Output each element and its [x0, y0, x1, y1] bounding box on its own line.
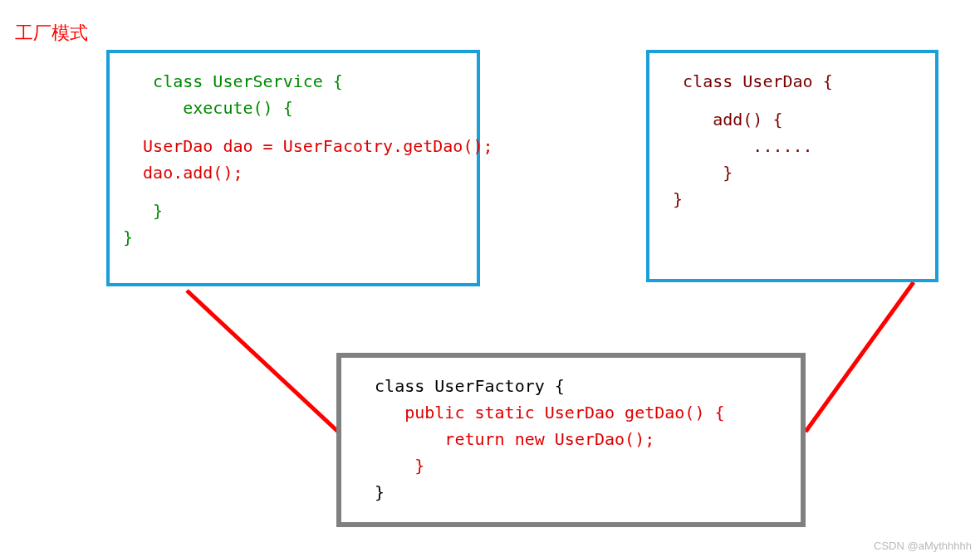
userservice-box: class UserService { execute() { UserDao …	[106, 50, 480, 286]
userdao-box: class UserDao { add() { ...... } }	[646, 50, 938, 282]
code-line: class UserDao {	[663, 68, 922, 95]
code-line: class UserService {	[123, 68, 463, 95]
attribution-text: CSDN @aMythhhhh	[874, 540, 972, 552]
code-line: public static UserDao getDao() {	[355, 399, 787, 426]
code-line: }	[355, 479, 787, 506]
code-line: }	[663, 159, 922, 186]
spacer	[123, 121, 463, 133]
code-line: }	[663, 186, 922, 213]
spacer	[663, 95, 922, 106]
svg-line-0	[187, 291, 338, 432]
code-line: add() {	[663, 106, 922, 133]
code-line: ......	[663, 133, 922, 159]
code-line: execute() {	[123, 95, 463, 121]
diagram-title: 工厂模式	[15, 21, 88, 46]
code-line: }	[123, 198, 463, 224]
userfactory-box: class UserFactory { public static UserDa…	[336, 353, 806, 527]
code-line: }	[355, 452, 787, 479]
code-line: UserDao dao = UserFacotry.getDao();	[123, 133, 463, 159]
svg-line-1	[806, 282, 914, 432]
code-line: }	[123, 224, 463, 251]
spacer	[123, 186, 463, 198]
code-line: dao.add();	[123, 159, 463, 186]
code-line: return new UserDao();	[355, 426, 787, 452]
code-line: class UserFactory {	[355, 373, 787, 399]
